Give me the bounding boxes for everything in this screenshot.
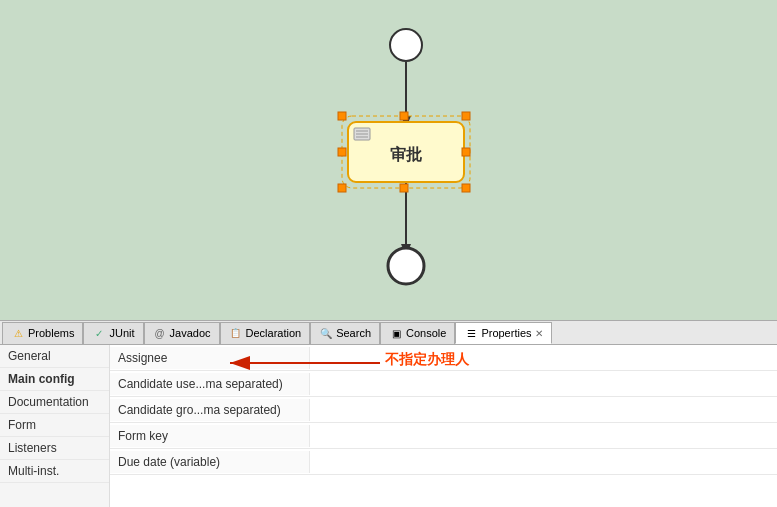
annotation-text: 不指定办理人 xyxy=(385,351,469,369)
sidebar-item-multiinstance[interactable]: Multi-inst. xyxy=(0,460,109,483)
sidebar-item-main-config[interactable]: Main config xyxy=(0,368,109,391)
sidebar-item-form[interactable]: Form xyxy=(0,414,109,437)
svg-rect-11 xyxy=(400,112,408,120)
tab-bar: ⚠ Problems ✓ JUnit @ Javadoc 📋 Declarati… xyxy=(0,321,777,345)
candidate-groups-label: Candidate gro...ma separated) xyxy=(110,399,310,421)
candidate-users-value[interactable] xyxy=(310,380,777,388)
property-row-candidate-users: Candidate use...ma separated) xyxy=(110,371,777,397)
problems-icon: ⚠ xyxy=(11,326,25,340)
tab-problems[interactable]: ⚠ Problems xyxy=(2,322,83,344)
svg-marker-3 xyxy=(401,244,411,256)
svg-rect-9 xyxy=(338,184,346,192)
assignee-label: Assignee xyxy=(110,347,310,369)
property-row-due-date: Due date (variable) xyxy=(110,449,777,475)
tab-junit[interactable]: ✓ JUnit xyxy=(83,322,143,344)
svg-rect-6 xyxy=(342,116,470,188)
tab-console[interactable]: ▣ Console xyxy=(380,322,455,344)
svg-rect-5 xyxy=(348,122,464,182)
junit-icon: ✓ xyxy=(92,326,106,340)
property-row-form-key: Form key xyxy=(110,423,777,449)
properties-content: Assignee Candidate use...ma separated) C… xyxy=(110,345,777,507)
svg-rect-10 xyxy=(462,184,470,192)
tab-console-label: Console xyxy=(406,327,446,339)
declaration-icon: 📋 xyxy=(229,326,243,340)
svg-marker-1 xyxy=(401,116,411,128)
diagram-canvas[interactable]: 审批 xyxy=(0,0,777,320)
tab-declaration-label: Declaration xyxy=(246,327,302,339)
properties-icon: ☰ xyxy=(464,326,478,340)
tab-javadoc-label: Javadoc xyxy=(170,327,211,339)
sidebar: General Main config Documentation Form L… xyxy=(0,345,110,507)
console-icon: ▣ xyxy=(389,326,403,340)
svg-point-4 xyxy=(390,29,422,61)
tab-javadoc[interactable]: @ Javadoc xyxy=(144,322,220,344)
svg-rect-7 xyxy=(338,112,346,120)
diagram-svg: 审批 xyxy=(0,0,777,320)
tab-properties[interactable]: ☰ Properties ✕ xyxy=(455,322,551,344)
svg-rect-13 xyxy=(338,148,346,156)
sidebar-item-listeners[interactable]: Listeners xyxy=(0,437,109,460)
svg-rect-8 xyxy=(462,112,470,120)
form-key-label: Form key xyxy=(110,425,310,447)
svg-rect-15 xyxy=(354,128,370,140)
tab-declaration[interactable]: 📋 Declaration xyxy=(220,322,311,344)
svg-rect-14 xyxy=(462,148,470,156)
candidate-users-label: Candidate use...ma separated) xyxy=(110,373,310,395)
bottom-panel: ⚠ Problems ✓ JUnit @ Javadoc 📋 Declarati… xyxy=(0,320,777,507)
due-date-label: Due date (variable) xyxy=(110,451,310,473)
tab-properties-close[interactable]: ✕ xyxy=(535,328,543,339)
tab-properties-label: Properties xyxy=(481,327,531,339)
sidebar-item-general[interactable]: General xyxy=(0,345,109,368)
property-row-candidate-groups: Candidate gro...ma separated) xyxy=(110,397,777,423)
svg-point-20 xyxy=(388,248,424,284)
tab-junit-label: JUnit xyxy=(109,327,134,339)
javadoc-icon: @ xyxy=(153,326,167,340)
search-icon: 🔍 xyxy=(319,326,333,340)
assignee-value[interactable] xyxy=(310,354,777,362)
svg-rect-12 xyxy=(400,184,408,192)
tab-problems-label: Problems xyxy=(28,327,74,339)
due-date-value[interactable] xyxy=(310,458,777,466)
content-area: General Main config Documentation Form L… xyxy=(0,345,777,507)
form-key-value[interactable] xyxy=(310,432,777,440)
tab-search-label: Search xyxy=(336,327,371,339)
svg-text:审批: 审批 xyxy=(390,145,422,163)
candidate-groups-value[interactable] xyxy=(310,406,777,414)
sidebar-item-documentation[interactable]: Documentation xyxy=(0,391,109,414)
tab-search[interactable]: 🔍 Search xyxy=(310,322,380,344)
